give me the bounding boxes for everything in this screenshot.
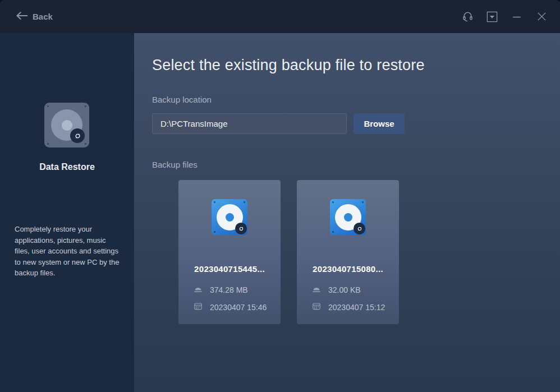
page-title: Select the existing backup file to resto… xyxy=(152,57,425,74)
sidebar: Data Restore Completely restore your app… xyxy=(0,33,134,392)
main-panel: Select the existing backup file to resto… xyxy=(134,33,560,392)
backup-file-name: 2023040715445... xyxy=(178,264,281,274)
window-controls xyxy=(461,11,548,23)
back-button[interactable]: Back xyxy=(16,11,53,22)
backup-file-date: 20230407 15:12 xyxy=(328,303,385,312)
restore-refresh-badge-icon xyxy=(354,223,365,234)
backup-file-meta: 32.00 KB xyxy=(297,284,399,319)
browse-button[interactable]: Browse xyxy=(354,113,405,134)
backup-file-icon xyxy=(330,199,366,235)
backup-file-size: 374.28 MB xyxy=(210,285,248,294)
back-arrow-icon xyxy=(16,11,27,22)
app-window: Back xyxy=(0,0,560,392)
backup-location-input[interactable] xyxy=(152,113,347,134)
titlebar: Back xyxy=(0,0,560,33)
feature-title: Data Restore xyxy=(0,162,134,172)
restore-refresh-badge-icon xyxy=(70,128,85,143)
close-icon[interactable] xyxy=(535,11,548,23)
restore-refresh-badge-icon xyxy=(235,223,247,234)
drive-size-icon xyxy=(312,284,321,295)
backup-file-card[interactable]: 2023040715080... 32.00 KB xyxy=(297,180,399,324)
backup-location-label: Backup location xyxy=(152,95,212,104)
backup-file-date: 20230407 15:46 xyxy=(210,303,267,312)
backup-file-meta: 374.28 MB xyxy=(178,284,281,319)
minimize-icon[interactable] xyxy=(511,11,523,23)
drive-size-icon xyxy=(194,284,203,295)
backup-files-label: Backup files xyxy=(152,160,198,169)
backup-file-icon xyxy=(212,199,247,235)
menu-dropdown-icon[interactable] xyxy=(486,11,498,23)
backup-file-card[interactable]: 2023040715445... 374.28 MB xyxy=(178,180,281,324)
feature-description: Completely restore your applications, pi… xyxy=(15,224,122,279)
disk-restore-icon xyxy=(44,103,89,147)
calendar-icon xyxy=(194,302,203,312)
calendar-icon xyxy=(312,302,321,312)
back-label: Back xyxy=(33,12,53,21)
backup-file-name: 2023040715080... xyxy=(297,264,399,274)
headset-support-icon[interactable] xyxy=(461,11,474,23)
backup-file-list: 2023040715445... 374.28 MB xyxy=(178,180,399,324)
backup-file-size: 32.00 KB xyxy=(328,285,361,294)
